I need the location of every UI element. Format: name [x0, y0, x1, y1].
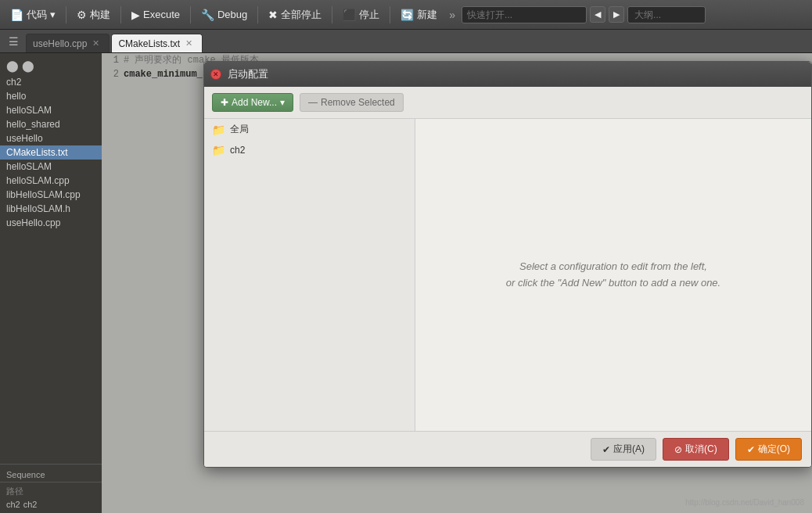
code-menu-btn[interactable]: 📄 代码 ▾	[5, 5, 61, 24]
add-new-button[interactable]: ✚ Add New... ▾	[212, 93, 293, 112]
quick-open-input[interactable]	[462, 6, 587, 23]
sidebar-icon-2[interactable]: ⬤	[22, 59, 34, 72]
dialog-footer: ✔ 应用(A) ⊘ 取消(C) ✔ 确定(O)	[204, 431, 811, 467]
separator-2	[120, 6, 121, 23]
tab-usehello-label: useHello.cpp	[33, 38, 87, 49]
sidebar-icons: ⬤ ⬤	[0, 56, 102, 75]
separator-1	[66, 6, 66, 23]
debug-label: Debug	[217, 9, 247, 20]
folder-icon-ch2: 📁	[212, 144, 225, 156]
dialog-toolbar: ✚ Add New... ▾ — Remove Selected	[204, 87, 811, 119]
sidebar-item-libHelloSLAM-cpp[interactable]: libHelloSLAM.cpp	[0, 188, 102, 202]
execute-label: Execute	[143, 9, 180, 20]
config-detail-text: Select a configuration to edit from the …	[506, 259, 720, 292]
main-area: ⬤ ⬤ ch2 hello helloSLAM hello_shared use…	[0, 53, 812, 513]
sidebar-item-helloSLAM[interactable]: helloSLAM	[0, 103, 102, 117]
tab-list-icon[interactable]: ☰	[5, 32, 23, 51]
sidebar: ⬤ ⬤ ch2 hello helloSLAM hello_shared use…	[0, 53, 102, 513]
forward-btn[interactable]: ▶	[609, 6, 624, 23]
bottom-row-1-c1: ch2	[6, 500, 20, 509]
dialog-close-btn[interactable]: ✕	[210, 69, 221, 80]
detail-line2: or click the "Add New" button to add a n…	[506, 275, 720, 292]
check-icon: ✔	[602, 444, 610, 455]
bottom-col-path: 路径	[6, 486, 95, 497]
tab-cmakelists[interactable]: CMakeLists.txt ✕	[111, 34, 203, 52]
more-btn[interactable]: »	[446, 7, 458, 23]
dialog-body: 📁 全局 📁 ch2 Select a configuration to edi…	[204, 119, 811, 431]
sidebar-icon-1[interactable]: ⬤	[6, 59, 19, 72]
ok-icon: ✔	[747, 444, 755, 455]
remove-selected-button[interactable]: — Remove Selected	[300, 93, 404, 112]
build-icon: ⚙	[77, 9, 87, 21]
separator-4	[257, 6, 258, 23]
add-new-label: Add New...	[232, 97, 277, 108]
new-btn[interactable]: 🔄 新建	[395, 5, 443, 24]
code-icon: 📄	[10, 9, 23, 21]
config-detail: Select a configuration to edit from the …	[415, 119, 811, 431]
back-btn[interactable]: ◀	[590, 6, 605, 23]
folder-icon-global: 📁	[212, 124, 225, 136]
new-label: 新建	[417, 8, 437, 22]
bottom-row-1: ch2 ch2	[0, 499, 102, 510]
sidebar-item-useHello[interactable]: useHello	[0, 131, 102, 145]
sidebar-item-helloSLAM-cpp[interactable]: helloSLAM.cpp	[0, 174, 102, 188]
sidebar-item-hello[interactable]: hello	[0, 89, 102, 103]
cancel-label: 取消(C)	[685, 443, 717, 456]
detail-line1: Select a configuration to edit from the …	[506, 259, 720, 275]
outline-input[interactable]	[627, 6, 706, 23]
editor-area: 1 # 声明要求的 cmake 最低版本 2 cmake_minimum_req…	[102, 53, 812, 513]
debug-btn[interactable]: 🔧 Debug	[196, 6, 253, 23]
dialog-title: 启动配置	[228, 67, 268, 81]
tab-cmakelists-label: CMakeLists.txt	[118, 38, 180, 49]
config-list: 📁 全局 📁 ch2	[204, 119, 415, 431]
launch-config-dialog: ✕ 启动配置 ✚ Add New... ▾ — Remove Selected	[203, 61, 812, 468]
tab-usehello[interactable]: useHello.cpp ✕	[26, 34, 110, 52]
ok-button[interactable]: ✔ 确定(O)	[735, 438, 802, 461]
dialog-titlebar: ✕ 启动配置	[204, 62, 811, 87]
minus-icon: —	[308, 97, 318, 108]
cancel-icon: ⊘	[674, 444, 682, 455]
dialog-overlay: ✕ 启动配置 ✚ Add New... ▾ — Remove Selected	[102, 53, 812, 513]
separator-6	[390, 6, 390, 23]
config-item-ch2[interactable]: 📁 ch2	[204, 140, 415, 160]
stop-all-icon: ✖	[268, 9, 278, 21]
main-toolbar: 📄 代码 ▾ ⚙ 构建 ▶ Execute 🔧 Debug ✖ 全部停止 ⬛ 停…	[0, 0, 812, 30]
bottom-panel-header: 路径	[0, 484, 102, 499]
build-label: 构建	[90, 8, 110, 22]
code-dropdown-icon: ▾	[50, 9, 56, 20]
sidebar-item-ch2[interactable]: ch2	[0, 75, 102, 89]
apply-label: 应用(A)	[613, 443, 645, 456]
sidebar-item-cmakelists[interactable]: CMakeLists.txt	[0, 145, 102, 160]
tab-usehello-close[interactable]: ✕	[91, 38, 101, 49]
sidebar-item-helloSLAM2[interactable]: helloSLAM	[0, 160, 102, 174]
watermark: http://blog.csdn.net/David_han008	[685, 498, 804, 507]
ok-label: 确定(O)	[758, 443, 790, 456]
add-new-dropdown-icon: ▾	[280, 97, 285, 108]
tab-cmakelists-close[interactable]: ✕	[184, 38, 194, 49]
remove-selected-label: Remove Selected	[321, 97, 395, 108]
config-item-global-label: 全局	[230, 123, 249, 136]
stop-all-btn[interactable]: ✖ 全部停止	[263, 5, 327, 24]
stop-btn[interactable]: ⬛ 停止	[337, 5, 385, 24]
separator-3	[190, 6, 191, 23]
sidebar-item-useHello-cpp[interactable]: useHello.cpp	[0, 216, 102, 230]
execute-icon: ▶	[131, 9, 140, 21]
sidebar-item-hello-shared[interactable]: hello_shared	[0, 117, 102, 131]
execute-btn[interactable]: ▶ Execute	[126, 6, 185, 23]
bottom-row-1-c2: ch2	[23, 500, 38, 509]
tab-bar: ☰ useHello.cpp ✕ CMakeLists.txt ✕	[0, 30, 812, 53]
plus-icon: ✚	[221, 97, 228, 108]
bottom-panel: Sequence 路径 ch2 ch2	[0, 464, 102, 513]
build-btn[interactable]: ⚙ 构建	[71, 5, 116, 24]
config-item-global[interactable]: 📁 全局	[204, 119, 415, 140]
config-item-ch2-label: ch2	[230, 145, 245, 156]
code-label: 代码	[27, 8, 47, 22]
stop-all-label: 全部停止	[281, 8, 322, 22]
sidebar-item-libHelloSLAM-h[interactable]: libHelloSLAM.h	[0, 202, 102, 216]
stop-label: 停止	[359, 8, 379, 22]
cancel-button[interactable]: ⊘ 取消(C)	[663, 438, 729, 461]
new-icon: 🔄	[401, 9, 414, 21]
debug-icon: 🔧	[201, 9, 214, 21]
separator-5	[332, 6, 332, 23]
apply-button[interactable]: ✔ 应用(A)	[591, 438, 656, 461]
